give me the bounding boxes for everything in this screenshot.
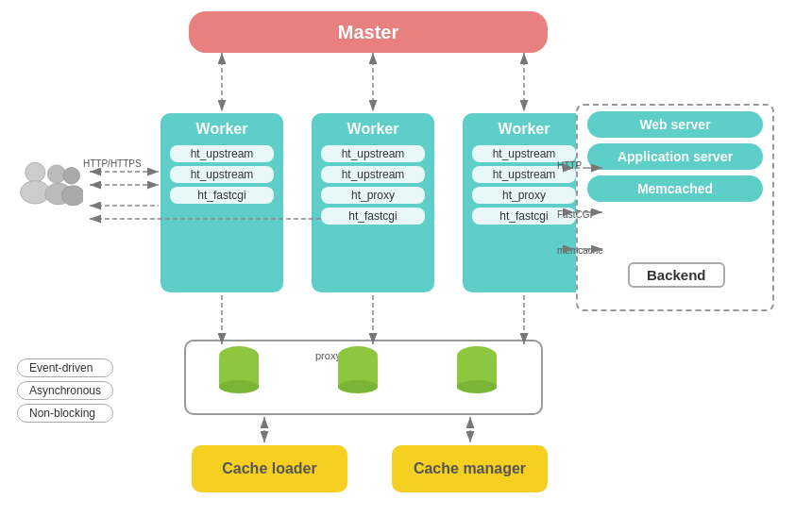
backend-webserver: Web server — [587, 111, 763, 138]
svg-point-0 — [25, 162, 45, 182]
worker1-box: Worker ht_upstream ht_upstream ht_fastcg… — [161, 113, 283, 292]
worker1-title: Worker — [196, 121, 248, 138]
legend-event-driven: Event-driven — [17, 358, 113, 377]
legend-box: Event-driven Asynchronous Non-blocking — [17, 358, 113, 423]
cache-manager-box: Cache manager — [392, 445, 548, 492]
people-icon — [17, 156, 83, 212]
backend-appserver: Application server — [587, 143, 763, 170]
worker1-module1: ht_upstream — [170, 145, 274, 162]
backend-label: Backend — [628, 262, 725, 288]
master-box: Master — [189, 11, 548, 53]
http-https-label: HTTP/HTTPS — [83, 158, 142, 169]
worker2-module3: ht_proxy — [321, 187, 425, 204]
master-label: Master — [338, 22, 398, 43]
legend-asynchronous: Asynchronous — [17, 381, 113, 400]
backend-memcached: Memcached — [587, 175, 763, 202]
worker2-module2: ht_upstream — [321, 166, 425, 183]
cache-loader-label: Cache loader — [222, 460, 316, 477]
worker3-box: Worker ht_upstream ht_upstream ht_proxy … — [463, 113, 585, 292]
svg-point-4 — [63, 168, 80, 185]
worker1-module3: ht_fastcgi — [170, 187, 274, 204]
legend-non-blocking: Non-blocking — [17, 404, 113, 423]
worker3-module3: ht_proxy — [472, 187, 576, 204]
worker1-module2: ht_upstream — [170, 166, 274, 183]
cache-cylinder-3 — [457, 346, 497, 393]
worker2-box: Worker ht_upstream ht_upstream ht_proxy … — [312, 113, 434, 292]
fastcgi-label: FastCGI — [557, 209, 592, 220]
cache-cylinder-2 — [338, 346, 378, 393]
worker2-module1: ht_upstream — [321, 145, 425, 162]
cache-cylinder-1 — [219, 346, 259, 393]
worker2-title: Worker — [347, 121, 399, 138]
memcache-label: memcache — [557, 245, 603, 256]
worker3-title: Worker — [499, 121, 550, 138]
cache-loader-box: Cache loader — [192, 445, 347, 492]
svg-point-5 — [61, 186, 83, 206]
http-label: HTTP — [557, 160, 582, 171]
cache-manager-label: Cache manager — [414, 460, 526, 477]
worker2-module4: ht_fastcgi — [321, 208, 425, 225]
